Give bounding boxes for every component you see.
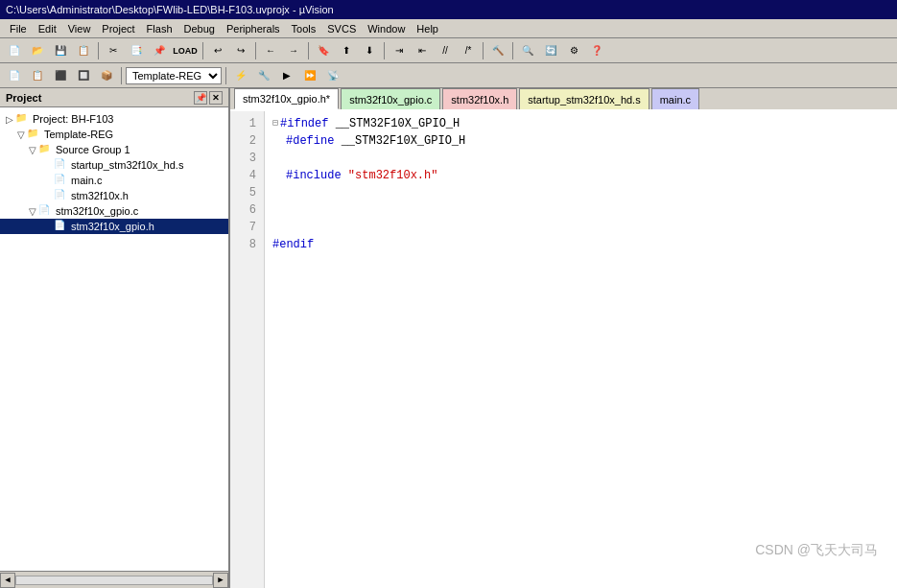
sidebar-bottom-bar: ◀ ▶ [0, 571, 228, 588]
tree-file-main[interactable]: 📄 main.c [0, 173, 228, 188]
menu-item-peripherals[interactable]: Peripherals [221, 21, 286, 36]
nav-back-btn[interactable]: ← [260, 41, 281, 60]
tb2-btn5[interactable]: 📦 [96, 66, 117, 85]
save-btn[interactable]: 💾 [50, 41, 71, 60]
comment-btn[interactable]: // [435, 41, 456, 60]
fold-indicator-1: ⊟ [272, 115, 278, 132]
file-gpio-c-label: stm32f10x_gpio.c [56, 205, 138, 217]
paste-btn[interactable]: 📌 [149, 41, 170, 60]
toggle-gpio-c[interactable]: ▽ [27, 206, 38, 217]
tab-startup[interactable]: startup_stm32f10x_hd.s [519, 88, 649, 109]
menu-item-tools[interactable]: Tools [286, 21, 322, 36]
tree-file-gpio-h[interactable]: 📄 stm32f10x_gpio.h [0, 219, 228, 234]
tree-source-group[interactable]: ▽ 📁 Source Group 1 [0, 142, 228, 157]
save-all-btn[interactable]: 📋 [73, 41, 94, 60]
target-dropdown[interactable]: Template-REG [126, 67, 222, 84]
build-btn[interactable]: 🔨 [487, 41, 508, 60]
sep1 [98, 42, 99, 59]
project-tree: ▷ 📁 Project: BH-F103 ▽ 📁 Template-REG ▽ … [0, 107, 228, 571]
menu-item-flash[interactable]: Flash [141, 21, 178, 36]
tree-file-stm32f10x-h[interactable]: 📄 stm32f10x.h [0, 188, 228, 203]
copy-btn[interactable]: 📑 [126, 41, 147, 60]
code-line-3 [272, 150, 889, 167]
tb2-btn1[interactable]: 📄 [4, 66, 25, 85]
menu-item-debug[interactable]: Debug [178, 21, 221, 36]
sep3 [255, 42, 256, 59]
directive-endif: #endif [272, 236, 314, 253]
sep9 [225, 67, 226, 84]
tree-template-reg[interactable]: ▽ 📁 Template-REG [0, 127, 228, 142]
editor-area: stm32f10x_gpio.h* stm32f10x_gpio.c stm32… [230, 88, 897, 588]
directive-include: #include [286, 167, 342, 184]
nav-fwd-btn[interactable]: → [283, 41, 304, 60]
scroll-right-btn[interactable]: ▶ [213, 573, 228, 588]
menu-item-file[interactable]: File [4, 21, 33, 36]
code-editor[interactable]: 1 2 3 4 5 6 7 8 ⊟ #ifndef __STM32F10X_GP… [230, 111, 897, 588]
tb2-btn10[interactable]: 📡 [322, 66, 343, 85]
directive-ifndef: #ifndef [280, 115, 328, 132]
undo-btn[interactable]: ↩ [207, 41, 228, 60]
menu-item-project[interactable]: Project [96, 21, 140, 36]
file-gpio-h-icon: 📄 [54, 220, 69, 233]
sidebar-header: Project 📌 ✕ [0, 88, 228, 107]
tree-project-root[interactable]: ▷ 📁 Project: BH-F103 [0, 111, 228, 127]
tb2-btn2[interactable]: 📋 [27, 66, 48, 85]
tab-gpio-c[interactable]: stm32f10x_gpio.c [341, 88, 440, 109]
project-icon: 📁 [15, 112, 31, 126]
tab-stm32f10x-h[interactable]: stm32f10x.h [442, 88, 517, 109]
load-btn[interactable]: LOAD [172, 41, 199, 60]
bookmark-btn[interactable]: 🔖 [313, 41, 334, 60]
menu-item-edit[interactable]: Edit [33, 21, 62, 36]
unindent-btn[interactable]: ⇤ [412, 41, 433, 60]
tree-file-startup[interactable]: 📄 startup_stm32f10x_hd.s [0, 157, 228, 173]
code-line-1: ⊟ #ifndef __STM32F10X_GPIO_H [272, 115, 889, 132]
code-content[interactable]: ⊟ #ifndef __STM32F10X_GPIO_H #define __S… [265, 111, 897, 588]
open-btn[interactable]: 📂 [27, 41, 48, 60]
menu-item-svcs[interactable]: SVCS [321, 21, 362, 36]
line-num-3: 3 [234, 150, 256, 167]
tb2-btn6[interactable]: ⚡ [230, 66, 251, 85]
tb2-btn8[interactable]: ▶ [276, 66, 297, 85]
code-text-1: __STM32F10X_GPIO_H [328, 115, 460, 132]
toolbar-2: 📄 📋 ⬛ 🔲 📦 Template-REG ⚡ 🔧 ▶ ⏩ 📡 [0, 63, 897, 88]
line-numbers: 1 2 3 4 5 6 7 8 [230, 111, 265, 588]
tab-stm32f10x-h-label: stm32f10x.h [451, 94, 508, 106]
menu-item-help[interactable]: Help [411, 21, 444, 36]
sep8 [121, 67, 122, 84]
indent-btn[interactable]: ⇥ [389, 41, 410, 60]
toggle-source-group[interactable]: ▽ [27, 145, 38, 155]
sidebar-pin-btn[interactable]: 📌 [194, 91, 207, 105]
settings-btn[interactable]: ⚙ [563, 41, 584, 60]
replace-btn[interactable]: 🔄 [540, 41, 561, 60]
sidebar-close-btn[interactable]: ✕ [209, 91, 223, 105]
toggle-template[interactable]: ▽ [15, 129, 27, 140]
cut-btn[interactable]: ✂ [103, 41, 124, 60]
menu-item-view[interactable]: View [62, 21, 97, 36]
menu-item-window[interactable]: Window [362, 21, 411, 36]
tb2-btn3[interactable]: ⬛ [50, 66, 71, 85]
prev-bookmark-btn[interactable]: ⬆ [336, 41, 357, 60]
scroll-track[interactable] [15, 576, 213, 585]
uncomment-btn[interactable]: /* [458, 41, 479, 60]
new-btn[interactable]: 📄 [4, 41, 25, 60]
toggle-project[interactable]: ▷ [4, 114, 15, 125]
tree-file-gpio-c[interactable]: ▽ 📄 stm32f10x_gpio.c [0, 203, 228, 219]
scroll-left-btn[interactable]: ◀ [0, 573, 15, 588]
code-line-2: #define __STM32F10X_GPIO_H [272, 132, 889, 150]
tab-gpio-h-active[interactable]: stm32f10x_gpio.h* [234, 88, 339, 109]
next-bookmark-btn[interactable]: ⬇ [359, 41, 380, 60]
project-name: Project: BH-F103 [33, 113, 113, 125]
tab-main-c[interactable]: main.c [651, 88, 699, 109]
code-line-6 [272, 201, 889, 219]
tb2-btn7[interactable]: 🔧 [253, 66, 274, 85]
tb2-btn9[interactable]: ⏩ [299, 66, 320, 85]
file-gpio-h-label: stm32f10x_gpio.h [71, 221, 154, 232]
menu-bar: FileEditViewProjectFlashDebugPeripherals… [0, 19, 897, 38]
code-text-2: __STM32F10X_GPIO_H [334, 132, 465, 150]
help-btn[interactable]: ❓ [586, 41, 607, 60]
tb2-btn4[interactable]: 🔲 [73, 66, 94, 85]
folder-source-icon: 📁 [38, 143, 54, 156]
redo-btn[interactable]: ↪ [230, 41, 251, 60]
tab-startup-label: startup_stm32f10x_hd.s [528, 94, 640, 106]
search-btn[interactable]: 🔍 [517, 41, 538, 60]
